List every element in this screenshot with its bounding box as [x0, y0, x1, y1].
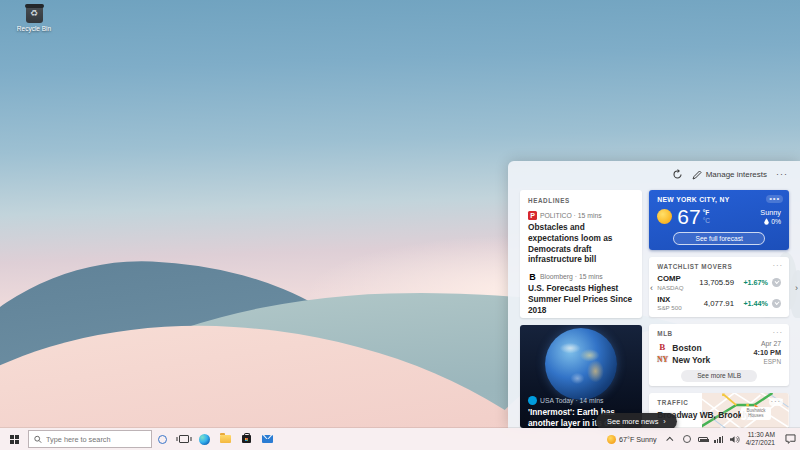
see-more-mlb-button[interactable]: See more MLB	[681, 370, 757, 382]
taskbar-search[interactable]	[28, 430, 152, 448]
mlb-game-time: 4:10 PM	[753, 348, 781, 357]
weather-more-button[interactable]: •••	[766, 195, 783, 203]
traffic-card-label: TRAFFIC	[657, 399, 781, 406]
mlb-card-label: MLB	[657, 330, 781, 337]
headline-title: Obstacles and expectations loom as Democ…	[528, 222, 634, 265]
recycle-bin[interactable]: ♻ Recycle Bin	[10, 4, 58, 32]
show-hidden-icons-button[interactable]	[663, 428, 679, 450]
clock-date: 4/27/2021	[746, 439, 775, 447]
mlb-card: MLB ··· B Boston NY New York	[649, 324, 789, 386]
usa-today-logo-icon	[528, 396, 537, 405]
stock-price: 13,705.59	[699, 278, 734, 287]
panel-left-column: HEADLINES P POLITICO · 15 mins Obstacles…	[520, 190, 642, 428]
taskbar-right: 67°F Sunny 11:30 AM 4/27	[601, 428, 800, 450]
headline-item[interactable]: P POLITICO · 15 mins Obstacles and expec…	[528, 211, 634, 265]
tray-status-button[interactable]	[679, 428, 695, 450]
headline-source: Bloomberg · 15 mins	[540, 273, 603, 280]
refresh-button[interactable]	[672, 169, 683, 180]
taskbar-item-edge[interactable]	[194, 428, 215, 450]
watchlist-added-icon[interactable]	[772, 299, 781, 308]
taskbar: 67°F Sunny 11:30 AM 4/27	[0, 428, 800, 450]
chevron-up-icon	[666, 436, 673, 443]
watchlist-next-arrow[interactable]: ›	[795, 284, 798, 293]
mlb-more-button[interactable]: ···	[773, 329, 783, 337]
start-button[interactable]	[0, 428, 28, 450]
watchlist-prev-arrow[interactable]: ‹	[650, 284, 653, 293]
stock-identity: COMP NASDAQ	[657, 275, 699, 291]
stock-index-name: NASDAQ	[657, 284, 699, 291]
panel-header: Manage interests ···	[508, 161, 800, 188]
news-interests-taskbar-button[interactable]: 67°F Sunny	[601, 428, 663, 450]
manage-interests-button[interactable]: Manage interests	[692, 170, 767, 180]
recycle-bin-icon: ♻	[26, 4, 43, 23]
watchlist-more-button[interactable]: ···	[773, 262, 783, 270]
headline-item[interactable]: B Bloomberg · 15 mins U.S. Forecasts Hig…	[528, 272, 634, 315]
headlines-card-label: HEADLINES	[528, 197, 634, 204]
taskbar-item-mail[interactable]	[257, 428, 278, 450]
mlb-team-name: Boston	[672, 343, 701, 353]
unit-fahrenheit[interactable]: °F	[703, 209, 710, 216]
edge-browser-icon	[199, 434, 210, 445]
traffic-more-button[interactable]: ···	[769, 398, 783, 406]
headline-source: POLITICO · 15 mins	[540, 212, 602, 219]
mlb-network: ESPN	[753, 358, 781, 366]
stock-identity: INX S&P 500	[657, 296, 699, 312]
stock-row[interactable]: INX S&P 500 4,077.91 +1.44%	[657, 296, 781, 312]
clock-time: 11:30 AM	[746, 431, 775, 439]
manage-interests-label: Manage interests	[706, 170, 767, 179]
stock-price: 4,077.91	[704, 299, 734, 308]
weather-condition: Sunny	[760, 208, 781, 217]
network-signal-icon	[714, 435, 723, 443]
taskbar-item-store[interactable]	[236, 428, 257, 450]
weather-unit-toggle[interactable]: °F °C	[703, 209, 710, 223]
taskbar-item-file-explorer[interactable]	[215, 428, 236, 450]
status-ring-icon	[683, 435, 691, 443]
taskbar-item-task-view[interactable]	[173, 428, 194, 450]
file-explorer-icon	[220, 435, 231, 443]
weather-location: NEW YORK CITY, NY	[657, 196, 781, 203]
chevron-right-icon: ›	[663, 417, 665, 426]
watchlist-card-label: WATCHLIST MOVERS	[657, 263, 781, 270]
taskbar-clock[interactable]: 11:30 AM 4/27/2021	[743, 431, 780, 447]
featured-news-meta-row: USA Today · 14 mins	[528, 396, 636, 405]
mlb-game-info: Apr 27 4:10 PM ESPN	[753, 340, 781, 366]
mlb-teams: B Boston NY New York	[657, 341, 753, 365]
weather-condition-block: Sunny 0%	[760, 208, 781, 225]
mlb-team-row: NY New York	[657, 355, 753, 365]
weather-temp: 67	[677, 206, 700, 227]
desktop-screen: ♻ Recycle Bin Manage interests ···	[0, 0, 800, 450]
stock-change: +1.67%	[734, 278, 768, 287]
mlb-game-date: Apr 27	[753, 340, 781, 348]
panel-right-column: NEW YORK CITY, NY ••• 67 °F °C Sunny	[649, 190, 789, 428]
news-interests-panel: Manage interests ··· HEADLINES P POLITIC…	[508, 161, 800, 428]
pencil-icon	[692, 170, 702, 180]
speaker-icon	[730, 435, 740, 444]
weather-card[interactable]: NEW YORK CITY, NY ••• 67 °F °C Sunny	[649, 190, 789, 250]
earth-image	[545, 328, 617, 400]
mets-logo-icon: NY	[657, 356, 667, 364]
unit-celsius[interactable]: °C	[703, 217, 710, 224]
action-center-button[interactable]	[780, 428, 800, 450]
stock-symbol: COMP	[657, 275, 699, 284]
mlb-matchup[interactable]: B Boston NY New York Apr 27 4:10 PM ESP	[657, 340, 781, 366]
battery-button[interactable]	[695, 428, 711, 450]
battery-icon	[698, 437, 708, 442]
search-input[interactable]	[46, 435, 146, 444]
stock-change: +1.44%	[734, 299, 768, 308]
sun-icon	[607, 435, 616, 444]
stock-row[interactable]: COMP NASDAQ 13,705.59 +1.67%	[657, 275, 781, 291]
search-icon	[34, 435, 42, 444]
watchlist-card: WATCHLIST MOVERS ··· COMP NASDAQ 13,705.…	[649, 257, 789, 317]
task-view-icon	[179, 435, 189, 443]
network-button[interactable]	[711, 428, 727, 450]
panel-more-button[interactable]: ···	[776, 170, 788, 179]
watchlist-added-icon[interactable]	[772, 278, 781, 287]
headline-title: U.S. Forecasts Highest Summer Fuel Price…	[528, 283, 634, 315]
mail-icon	[262, 435, 273, 443]
see-full-forecast-button[interactable]: See full forecast	[673, 232, 765, 245]
taskbar-item-cortana[interactable]	[152, 428, 173, 450]
recycle-symbol-icon: ♻	[26, 9, 43, 18]
bloomberg-logo-icon: B	[528, 272, 537, 281]
volume-button[interactable]	[727, 428, 743, 450]
headlines-card: HEADLINES P POLITICO · 15 mins Obstacles…	[520, 190, 642, 318]
